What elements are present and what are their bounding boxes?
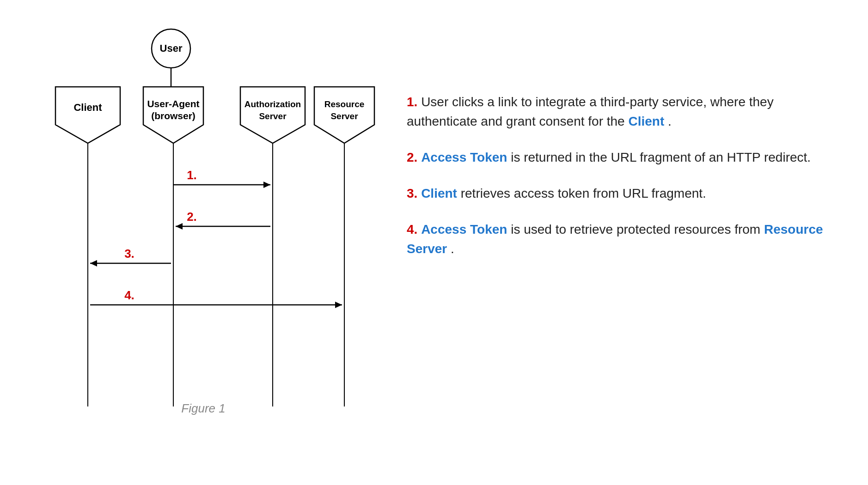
step-2-highlight: Access Token [421,150,507,164]
step-1: 1. User clicks a link to integrate a thi… [407,92,840,131]
step-3-number: 3. [407,186,417,200]
svg-text:User-Agent: User-Agent [147,98,199,109]
step-3: 3. Client retrieves access token from UR… [407,184,840,203]
step-3-text-after: retrieves access token from URL fragment… [461,186,706,200]
description-area: 1. User clicks a link to integrate a thi… [379,18,840,275]
svg-text:Resource: Resource [324,99,365,109]
step-3-highlight: Client [421,186,457,200]
svg-text:Server: Server [330,111,358,121]
svg-text:(browser): (browser) [151,110,196,121]
svg-marker-23 [176,223,183,230]
diagram-area: User Client User-Agent (browser) Authori… [28,18,379,434]
step-4-number: 4. [407,222,417,236]
step-4-text-middle: is used to retrieve protected resources … [511,222,764,236]
svg-marker-3 [55,87,120,143]
svg-marker-29 [335,302,342,308]
figure-caption: Figure 1 [28,401,379,416]
step-4: 4. Access Token is used to retrieve prot… [407,220,840,259]
main-container: User Client User-Agent (browser) Authori… [0,0,868,485]
svg-text:4.: 4. [124,288,134,302]
step-1-text-after: . [668,114,672,128]
svg-text:Client: Client [73,102,102,113]
sequence-diagram: User Client User-Agent (browser) Authori… [28,18,379,434]
step-4-text-after: . [451,242,454,256]
step-2-text-after: is returned in the URL fragment of an HT… [511,150,811,164]
step-1-number: 1. [407,95,417,109]
svg-text:1.: 1. [187,168,197,182]
step-1-highlight: Client [628,114,664,128]
step-1-text-before: User clicks a link to integrate a third-… [407,95,774,128]
svg-text:2.: 2. [187,210,197,224]
step-4-highlight: Access Token [421,222,507,236]
svg-text:Server: Server [259,111,287,121]
svg-marker-26 [90,260,97,267]
svg-text:User: User [160,42,183,54]
svg-text:Authorization: Authorization [245,99,301,109]
svg-marker-20 [263,182,270,188]
step-2: 2. Access Token is returned in the URL f… [407,148,840,167]
svg-text:3.: 3. [124,247,134,261]
step-2-number: 2. [407,150,417,164]
